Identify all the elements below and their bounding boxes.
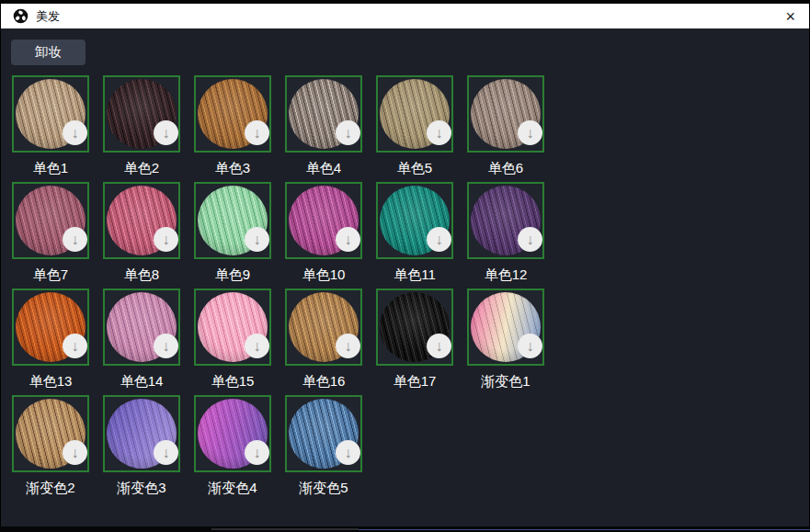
hair-style-tile[interactable]: ↓ — [467, 75, 544, 153]
hair-style-tile[interactable]: ↓ — [285, 75, 362, 153]
hair-style-item[interactable]: ↓ 渐变色5 — [285, 395, 362, 495]
download-badge[interactable]: ↓ — [63, 334, 87, 358]
download-badge[interactable]: ↓ — [427, 120, 451, 145]
download-arrow-icon: ↓ — [527, 126, 534, 141]
hair-style-tile[interactable]: ↓ — [103, 75, 180, 153]
hair-style-item[interactable]: ↓ 单色16 — [285, 289, 362, 389]
hair-style-tile[interactable]: ↓ — [467, 289, 544, 366]
download-badge[interactable]: ↓ — [154, 227, 178, 252]
hair-style-label: 单色3 — [215, 160, 250, 175]
download-arrow-icon: ↓ — [254, 232, 261, 247]
hair-style-label: 渐变色3 — [117, 480, 165, 495]
hair-style-tile[interactable]: ↓ — [467, 182, 544, 259]
download-arrow-icon: ↓ — [72, 339, 79, 354]
hair-style-item[interactable]: ↓ 单色1 — [12, 75, 89, 175]
hair-style-label: 单色7 — [33, 266, 68, 282]
hair-style-item[interactable]: ↓ 单色12 — [467, 182, 544, 282]
hair-style-tile[interactable]: ↓ — [12, 75, 89, 153]
hair-style-tile[interactable]: ↓ — [285, 289, 362, 366]
hair-style-item[interactable]: ↓ 单色5 — [376, 75, 453, 175]
hair-style-label: 单色4 — [306, 160, 341, 175]
hair-style-tile[interactable]: ↓ — [103, 289, 180, 366]
remove-makeup-button[interactable]: 卸妆 — [11, 40, 86, 65]
download-badge[interactable]: ↓ — [63, 440, 87, 465]
hair-style-item[interactable]: ↓ 单色11 — [376, 182, 453, 282]
hair-style-item[interactable]: ↓ 渐变色2 — [12, 395, 89, 495]
hair-style-item[interactable]: ↓ 单色2 — [103, 75, 180, 175]
hair-style-tile[interactable]: ↓ — [376, 289, 453, 366]
hair-style-tile[interactable]: ↓ — [194, 75, 271, 153]
hair-style-tile[interactable]: ↓ — [376, 182, 453, 259]
download-badge[interactable]: ↓ — [518, 334, 542, 358]
download-badge[interactable]: ↓ — [336, 227, 360, 252]
download-badge[interactable]: ↓ — [336, 334, 360, 358]
hair-style-label: 单色5 — [397, 160, 432, 175]
download-badge[interactable]: ↓ — [427, 334, 451, 358]
download-arrow-icon: ↓ — [345, 232, 352, 247]
hair-style-tile[interactable]: ↓ — [103, 395, 180, 472]
hair-style-tile[interactable]: ↓ — [376, 75, 453, 153]
download-badge[interactable]: ↓ — [518, 120, 542, 145]
hair-style-label: 单色1 — [33, 160, 68, 175]
download-badge[interactable]: ↓ — [63, 120, 87, 145]
download-badge[interactable]: ↓ — [427, 227, 451, 252]
download-badge[interactable]: ↓ — [63, 227, 87, 252]
download-arrow-icon: ↓ — [72, 126, 79, 141]
hair-style-label: 单色17 — [394, 373, 437, 389]
hair-style-tile[interactable]: ↓ — [12, 289, 89, 366]
download-arrow-icon: ↓ — [345, 446, 352, 460]
download-badge[interactable]: ↓ — [336, 120, 360, 145]
hair-style-item[interactable]: ↓ 单色3 — [194, 75, 271, 175]
hair-style-label: 渐变色5 — [299, 480, 348, 495]
hair-style-label: 单色13 — [29, 373, 73, 389]
download-badge[interactable]: ↓ — [245, 440, 269, 465]
download-badge[interactable]: ↓ — [245, 334, 269, 358]
hair-grid: ↓ 单色1 ↓ 单色2 ↓ 单色3 ↓ 单色4 — [12, 75, 564, 502]
hair-style-item[interactable]: ↓ 单色7 — [12, 182, 89, 282]
download-badge[interactable]: ↓ — [518, 227, 542, 252]
obs-logo-icon — [13, 8, 29, 24]
hair-style-item[interactable]: ↓ 渐变色3 — [103, 395, 180, 495]
hair-style-tile[interactable]: ↓ — [194, 289, 271, 366]
hair-style-tile[interactable]: ↓ — [103, 182, 180, 259]
hair-style-item[interactable]: ↓ 渐变色4 — [194, 395, 271, 495]
download-arrow-icon: ↓ — [72, 232, 79, 247]
background-accent-line — [359, 529, 810, 530]
download-arrow-icon: ↓ — [345, 126, 352, 141]
hair-style-label: 单色8 — [124, 266, 159, 282]
hair-style-tile[interactable]: ↓ — [194, 395, 271, 472]
download-arrow-icon: ↓ — [436, 126, 443, 141]
hair-style-item[interactable]: ↓ 单色17 — [376, 289, 453, 389]
hair-style-item[interactable]: ↓ 单色9 — [194, 182, 271, 282]
hair-style-item[interactable]: ↓ 单色13 — [12, 289, 89, 389]
download-arrow-icon: ↓ — [163, 339, 170, 354]
download-badge[interactable]: ↓ — [245, 120, 269, 145]
download-arrow-icon: ↓ — [436, 232, 443, 247]
background-artifact — [211, 528, 359, 530]
download-arrow-icon: ↓ — [345, 339, 352, 354]
download-badge[interactable]: ↓ — [336, 440, 360, 465]
hair-style-item[interactable]: ↓ 单色15 — [194, 289, 271, 389]
hair-style-tile[interactable]: ↓ — [12, 395, 89, 472]
hair-style-tile[interactable]: ↓ — [285, 395, 362, 472]
hair-style-tile[interactable]: ↓ — [285, 182, 362, 259]
close-button[interactable]: × — [782, 8, 798, 25]
hair-style-item[interactable]: ↓ 单色14 — [103, 289, 180, 389]
download-badge[interactable]: ↓ — [154, 334, 178, 358]
hair-style-item[interactable]: ↓ 单色6 — [467, 75, 544, 175]
window-title: 美发 — [36, 8, 60, 25]
hair-style-item[interactable]: ↓ 单色4 — [285, 75, 362, 175]
dialog-body: 卸妆 ↓ 单色1 ↓ 单色2 ↓ 单色3 — [1, 28, 809, 526]
hair-style-item[interactable]: ↓ 单色10 — [285, 182, 362, 282]
hair-style-tile[interactable]: ↓ — [12, 182, 89, 259]
download-arrow-icon: ↓ — [254, 339, 261, 354]
download-badge[interactable]: ↓ — [245, 227, 269, 252]
download-badge[interactable]: ↓ — [154, 120, 178, 145]
hair-style-label: 渐变色1 — [481, 373, 530, 389]
download-badge[interactable]: ↓ — [154, 440, 178, 465]
hair-style-item[interactable]: ↓ 渐变色1 — [467, 289, 544, 389]
hair-style-tile[interactable]: ↓ — [194, 182, 271, 259]
hair-style-item[interactable]: ↓ 单色8 — [103, 182, 180, 282]
hair-style-label: 单色15 — [211, 373, 255, 389]
hair-style-label: 单色12 — [485, 266, 528, 282]
